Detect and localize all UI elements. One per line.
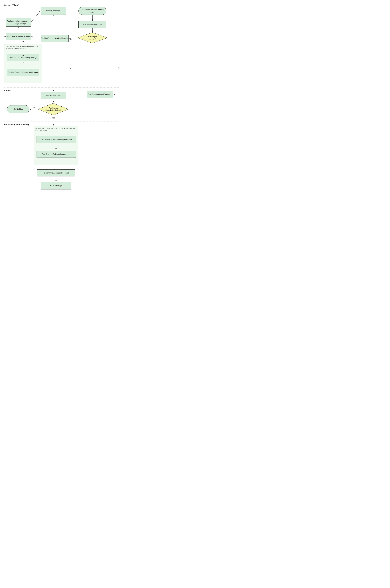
svg-text:Is message a: Is message a [88,36,97,38]
on-incoming-service-sender-node: TextChatService.OnIncomingMessage [7,69,39,76]
svg-line-23 [31,11,41,22]
server-label: Server [4,89,11,92]
recipient-compose-group: Compose with TextChatMessageProperties a… [34,126,78,165]
on-incoming-channel-recipient-node: TextChannel.OnIncomingMessage [37,151,76,158]
svg-text:command?: command? [89,38,96,40]
process-message-node: Process Message [41,92,66,99]
no-label-3: No [33,107,35,109]
on-incoming-channel-sender-node: TextChannel.OnIncomingMessage [7,54,39,61]
no-label-2: No [69,67,71,69]
text-chat-command-node: TextChatCommand.Triggered [87,91,113,98]
svg-text:ShouldDeliverCallback: ShouldDeliverCallback [46,109,61,111]
sender-label: Sender (Client) [4,4,19,6]
divider-1 [4,88,119,88]
user-enters-node: User enters text and presses send [78,7,106,15]
sender-compose-group: Compose with TextChatMessageProperties a… [4,44,42,83]
msg-received-sender-node: TextChatService.MessageReceived [6,33,31,40]
sending-message-node: TextChatService.SendingMessage [41,35,69,42]
svg-text:TextChannel.: TextChannel. [49,107,58,109]
show-message-node: Show message [41,182,71,190]
display-message-node: Display message [41,7,66,15]
compose-sender-label: Compose with TextChatMessageProperties a… [6,45,41,49]
replace-local-node: Replace local message with incoming mess… [6,18,31,27]
recipient-label: Recipient (Other Clients) [4,123,29,126]
diagram: Sender (Client) Server Recipient (Other … [3,3,123,191]
is-command-diamond: Is message a command? [77,32,108,44]
compose-recipient-label: Compose with TextChatMessageProperties a… [35,127,77,131]
msg-received-recipient-node: TextChannel.MessageReceived [37,169,75,176]
yes-label-2: Yes [52,117,55,119]
svg-marker-0 [77,33,107,43]
do-nothing-node: Do Nothing [7,105,29,113]
on-incoming-service-recipient-node: TextChatService.OnIncomingMessage [37,136,76,143]
send-async-node: TextChannel:SendAsync [78,21,106,28]
should-deliver-diamond: TextChannel. ShouldDeliverCallback [38,103,69,115]
no-label-1: No [69,38,72,40]
divider-2 [4,122,119,122]
yes-label-1: Yes [118,67,120,69]
